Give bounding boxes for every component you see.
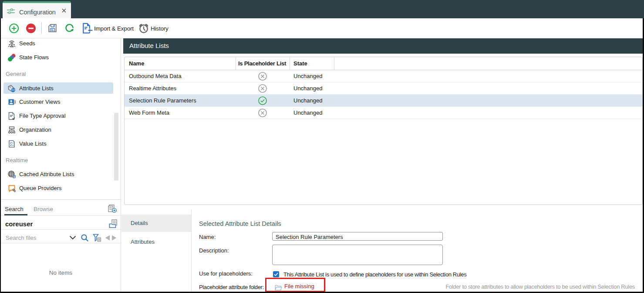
svg-text:GO: GO <box>12 89 15 91</box>
